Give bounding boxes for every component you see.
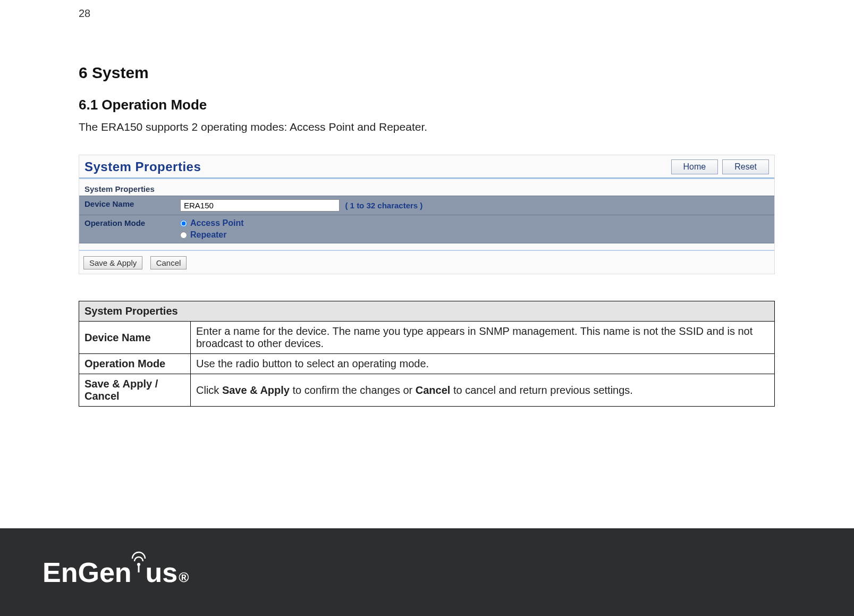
text-fragment: Click	[196, 384, 222, 396]
reset-button[interactable]: Reset	[722, 159, 769, 174]
brand-text-post: us	[146, 556, 178, 588]
heading-section: 6 System	[79, 64, 775, 82]
bold-fragment: Cancel	[416, 384, 451, 396]
row-device-name-label: Device Name	[79, 322, 191, 354]
wifi-icon	[131, 547, 147, 579]
radio-access-point-input[interactable]	[180, 220, 187, 227]
page-footer: EnGen us ®	[0, 528, 854, 616]
save-apply-button[interactable]: Save & Apply	[83, 256, 142, 269]
table-row: Operation Mode Use the radio button to s…	[79, 354, 775, 374]
bold-fragment: Save & Apply	[222, 384, 290, 396]
row-save-cancel-text: Click Save & Apply to confirm the change…	[191, 374, 775, 407]
radio-access-point-label: Access Point	[190, 218, 243, 228]
row-save-cancel-label: Save & Apply / Cancel	[79, 374, 191, 407]
text-fragment: to cancel and return previous settings.	[450, 384, 633, 396]
device-name-input[interactable]	[180, 199, 340, 212]
section-label: System Properties	[79, 182, 774, 196]
radio-access-point[interactable]: Access Point	[180, 218, 769, 228]
table-row: Device Name Enter a name for the device.…	[79, 322, 775, 354]
page-content: 6 System 6.1 Operation Mode The ERA150 s…	[79, 64, 775, 407]
panel-title: System Properties	[84, 159, 201, 174]
brand-text-pre: EnGen	[43, 556, 132, 588]
device-name-label: Device Name	[79, 196, 175, 215]
operation-mode-label: Operation Mode	[79, 215, 175, 243]
home-button[interactable]: Home	[671, 159, 718, 174]
row-operation-mode-text: Use the radio button to select an operat…	[191, 354, 775, 374]
cancel-button[interactable]: Cancel	[150, 256, 187, 269]
radio-repeater-label: Repeater	[190, 230, 226, 240]
table-row: Save & Apply / Cancel Click Save & Apply…	[79, 374, 775, 407]
brand-logo: EnGen us ®	[43, 556, 189, 588]
system-properties-screenshot: System Properties Home Reset System Prop…	[79, 155, 775, 274]
registered-icon: ®	[179, 569, 189, 586]
svg-rect-1	[138, 565, 139, 572]
row-device-name-text: Enter a name for the device. The name yo…	[191, 322, 775, 354]
description-table-header: System Properties	[79, 301, 775, 322]
radio-repeater[interactable]: Repeater	[180, 230, 769, 240]
description-table: System Properties Device Name Enter a na…	[79, 301, 775, 407]
radio-repeater-input[interactable]	[180, 232, 187, 239]
row-operation-mode-label: Operation Mode	[79, 354, 191, 374]
page-number: 28	[79, 7, 90, 20]
heading-subsection: 6.1 Operation Mode	[79, 97, 775, 113]
text-fragment: to confirm the changes or	[290, 384, 416, 396]
intro-paragraph: The ERA150 supports 2 operating modes: A…	[79, 121, 775, 133]
device-name-hint: ( 1 to 32 characters )	[342, 201, 422, 210]
